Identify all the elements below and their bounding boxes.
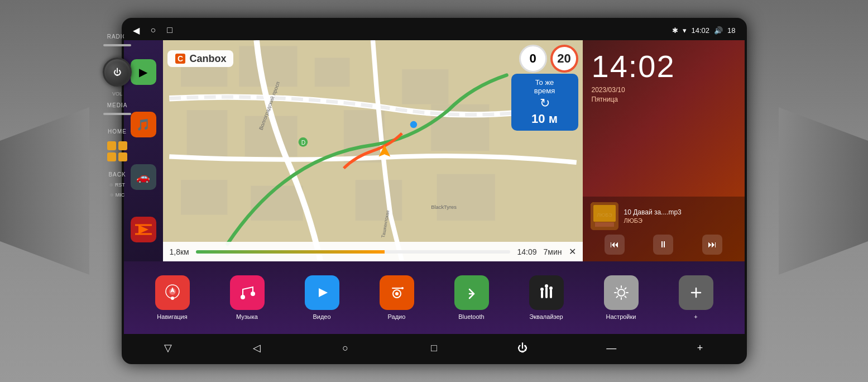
music-controls: ⏮ ⏸ ⏭ [591,235,737,255]
rst-label[interactable]: RST [109,182,125,188]
top-row: ▶ 🎵 🚗 [124,40,745,261]
svg-text:ЛЮБЭ: ЛЮБЭ [597,212,612,218]
app-bluetooth[interactable]: Bluetooth [454,275,489,320]
power-knob[interactable]: ⏻ [103,58,132,87]
app-radio[interactable]: Радио [380,275,414,320]
status-bar: ◀ ○ □ ✱ ▾ 14:02 🔊 18 [124,20,745,40]
car-wing-left [0,107,89,275]
track-info: 10 Давай за....mp3 ЛЮБЭ [624,208,737,224]
app-video[interactable]: Видео [305,275,339,320]
bluetooth-label: Bluetooth [458,313,484,320]
eta-time: 14:09 [517,247,536,256]
svg-rect-27 [595,222,614,227]
music-section: ЛЮБЭ 10 Давай за....mp3 ЛЮБЭ ⏮ ⏸ [583,197,745,261]
bottom-nav: ▽◁○□⏻—+ [124,334,745,362]
content-area: ▶ 🎵 🚗 [124,40,745,334]
radio-slider[interactable] [103,44,131,46]
bottom-nav-btn-1[interactable]: ◁ [246,337,268,359]
canbox-logo: C Canbox [167,50,233,67]
grid-icon[interactable] [107,141,127,161]
bottom-nav-btn-4[interactable]: ⏻ [511,337,534,359]
wifi-status-icon: ▾ [683,26,687,35]
radio-icon [380,275,414,310]
bottom-nav-btn-2[interactable]: ○ [334,337,357,359]
pause-button[interactable]: ⏸ [653,235,673,255]
equalizer-label: Эквалайзер [529,313,563,320]
map-area[interactable]: Волгоградский просп Ташкентская D BlackT… [163,40,583,261]
back-label: BACK [108,171,126,178]
app-music[interactable]: Музыка [230,275,265,320]
bottom-nav-btn-3[interactable]: □ [423,337,445,359]
music-track-row: ЛЮБЭ 10 Давай за....mp3 ЛЮБЭ [591,202,737,230]
apps-row: Навигация Музыка Видео Радио Bluetooth Э… [124,261,745,334]
menu-nav-icon[interactable]: □ [167,25,172,35]
navigation-icon [155,275,190,310]
navigation-label: Навигация [157,313,187,320]
vol-label: VOL [112,91,122,97]
car-body: RADIO ⏻ VOL MEDIA HOME BACK RST MIC ◀ ○ … [0,0,868,382]
next-button[interactable]: ⏭ [702,235,722,255]
album-art: ЛЮБЭ [591,202,618,230]
svg-rect-7 [402,69,448,104]
mic-label: MIC [110,192,125,198]
svg-point-36 [401,287,404,289]
right-panel: 14:02 2023/03/10 Пятница [583,40,745,261]
map-overlay-top: C Canbox 0 20 [167,45,578,73]
svg-point-35 [395,292,399,295]
svg-point-40 [540,288,544,291]
svg-rect-14 [355,180,401,221]
track-artist: ЛЮБЭ [624,217,737,224]
map-bottom-bar: 1,8км 14:09 7мин ✕ [163,242,583,261]
media-label: MEDIA [107,102,128,108]
bottom-nav-btn-5[interactable]: — [600,337,622,359]
prev-button[interactable]: ⏮ [605,235,625,255]
speed-limit: 20 [550,45,578,73]
svg-rect-12 [181,180,227,215]
equalizer-icon [529,275,564,310]
app-equalizer[interactable]: Эквалайзер [529,275,564,320]
svg-point-30 [171,297,174,300]
eta-distance: 1,8км [170,247,189,256]
speed-display: 0 20 [519,45,578,73]
video-label: Видео [313,313,330,320]
app-settings[interactable]: Настройки [604,275,639,320]
main-screen: ◀ ○ □ ✱ ▾ 14:02 🔊 18 ▶ 🎵 🚗 [122,18,747,364]
map-close-button[interactable]: ✕ [569,246,576,257]
status-time: 14:02 [691,26,709,35]
svg-marker-33 [319,288,328,297]
svg-rect-38 [545,287,548,298]
nav-distance: 10 м [531,112,558,126]
media-slider[interactable] [103,113,131,115]
svg-rect-15 [437,174,495,221]
svg-point-31 [241,295,245,299]
home-nav-icon[interactable]: ○ [151,25,156,35]
volume-icon: 🔊 [714,26,723,35]
status-right: ✱ ▾ 14:02 🔊 18 [672,26,735,35]
nav-icons: ◀ ○ □ [133,25,172,36]
car-wing-right [779,107,868,275]
svg-rect-8 [186,110,227,156]
bottom-nav-btn-6[interactable]: + [689,337,711,359]
svg-text:C: C [177,54,183,63]
svg-rect-37 [541,290,543,298]
app-add[interactable]: + [679,275,713,320]
svg-point-41 [545,284,548,288]
volume-level: 18 [727,26,735,35]
nav-instruction: То же время ↻ 10 м [511,74,578,131]
map-progress-bar [196,250,511,254]
bottom-nav-btn-0[interactable]: ▽ [157,337,179,359]
app-navigation[interactable]: Навигация [155,275,190,320]
left-panel: RADIO ⏻ VOL MEDIA HOME BACK RST MIC [87,28,148,352]
music-label: Музыка [236,313,258,320]
svg-rect-39 [550,289,552,298]
music-icon [230,275,265,310]
eta-duration: 7мин [544,247,562,256]
track-name: 10 Давай за....mp3 [624,208,737,216]
bluetooth-status-icon: ✱ [672,26,678,35]
nav-direction-text: То же время [534,78,555,95]
settings-label: Настройки [606,313,636,320]
back-nav-icon[interactable]: ◀ [133,25,140,36]
svg-point-42 [549,286,553,290]
video-icon [305,275,339,310]
settings-icon [604,275,639,310]
